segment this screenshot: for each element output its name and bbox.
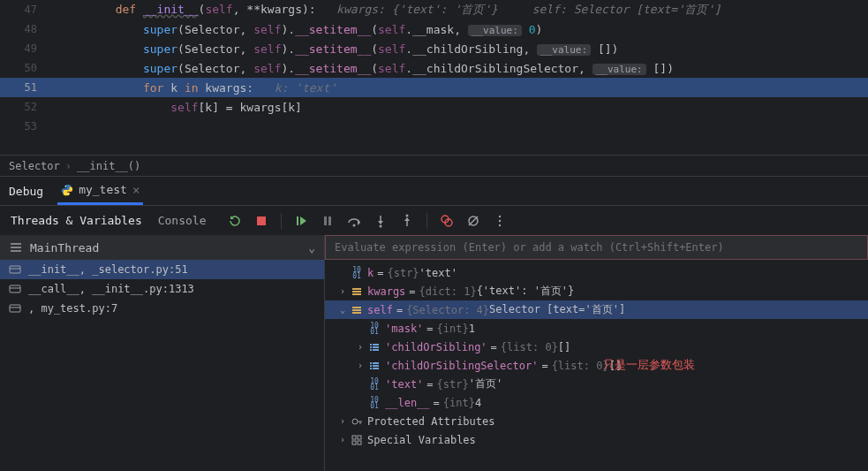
tab-console[interactable]: Console xyxy=(158,214,207,227)
svg-rect-27 xyxy=(352,293,361,295)
code-editor[interactable]: 47 def __init__(self, **kwargs): kwargs:… xyxy=(0,0,868,155)
code-line[interactable]: 49 super(Selector, self).__setitem__(sel… xyxy=(0,39,868,58)
var-type-icon xyxy=(350,304,364,316)
svg-rect-34 xyxy=(373,346,379,348)
mute-breakpoints-icon[interactable] xyxy=(466,214,480,228)
variable-row[interactable]: ›Protected Attributes xyxy=(325,412,868,430)
frames-panel: MainThread ⌄ __init__, _selector.py:51__… xyxy=(0,235,325,471)
variable-row[interactable]: 1001'mask' = {int} 1 xyxy=(325,319,868,338)
thread-selector[interactable]: MainThread ⌄ xyxy=(0,235,324,260)
svg-rect-38 xyxy=(373,362,379,364)
thread-name: MainThread xyxy=(30,241,99,254)
expand-icon[interactable]: › xyxy=(336,435,350,444)
svg-rect-42 xyxy=(373,368,379,369)
code-line[interactable]: 48 super(Selector, self).__setitem__(sel… xyxy=(0,19,868,39)
svg-rect-40 xyxy=(373,365,379,367)
svg-rect-37 xyxy=(370,362,372,364)
line-number: 48 xyxy=(0,23,53,35)
svg-rect-25 xyxy=(352,288,361,290)
var-type-icon: 1001 xyxy=(367,397,381,409)
code-line[interactable]: 51 for k in kwargs: k: 'text' xyxy=(0,78,868,97)
stack-frame[interactable]: , my_test.py:7 xyxy=(0,299,324,318)
svg-rect-31 xyxy=(370,344,372,346)
svg-rect-5 xyxy=(328,217,331,225)
svg-point-43 xyxy=(352,419,358,424)
svg-rect-49 xyxy=(358,441,361,444)
svg-rect-29 xyxy=(352,309,361,311)
line-number: 51 xyxy=(0,81,53,94)
code-line[interactable]: 53 xyxy=(0,117,868,136)
view-breakpoints-icon[interactable] xyxy=(440,214,454,228)
debug-title: Debug xyxy=(9,185,43,198)
svg-point-6 xyxy=(352,224,355,226)
debug-config-label: my_test xyxy=(79,183,127,196)
var-type-icon xyxy=(350,434,364,446)
svg-point-8 xyxy=(405,214,408,217)
svg-rect-28 xyxy=(352,307,361,308)
svg-rect-26 xyxy=(352,291,361,292)
var-type-icon xyxy=(367,360,381,372)
evaluate-expression-input[interactable]: Evaluate expression (Enter) or add a wat… xyxy=(325,235,868,260)
expand-icon[interactable]: › xyxy=(353,361,367,370)
variable-row[interactable]: ⌄self = {Selector: 4} Selector [text='首页… xyxy=(325,300,868,319)
debug-tool-window: Debug my_test × Threads & Variables Cons… xyxy=(0,176,868,471)
var-type-icon: 1001 xyxy=(367,378,381,391)
line-number: 49 xyxy=(0,42,53,55)
frame-icon xyxy=(9,283,21,295)
debug-toolbar: Threads & Variables Console xyxy=(0,205,868,235)
var-type-icon: 1001 xyxy=(367,323,381,335)
step-over-icon[interactable] xyxy=(347,214,361,228)
line-number: 53 xyxy=(0,120,53,133)
svg-rect-23 xyxy=(10,305,20,312)
line-number: 50 xyxy=(0,62,53,74)
svg-rect-21 xyxy=(10,285,20,292)
line-number: 52 xyxy=(0,101,53,113)
expand-icon[interactable]: › xyxy=(353,342,367,352)
stack-frame[interactable]: __call__, __init__.py:1313 xyxy=(0,279,324,299)
breadcrumb-method[interactable]: __init__() xyxy=(77,160,140,172)
frame-icon xyxy=(9,302,21,315)
step-out-icon[interactable] xyxy=(400,214,414,228)
variable-row[interactable]: ›'childOrSiblingSelector' = {list: 0} [] xyxy=(325,356,868,375)
svg-rect-3 xyxy=(297,217,298,225)
stop-icon[interactable] xyxy=(254,214,268,228)
variables-panel: Evaluate expression (Enter) or add a wat… xyxy=(325,235,868,471)
code-line[interactable]: 50 super(Selector, self).__setitem__(sel… xyxy=(0,58,868,78)
variable-row[interactable]: ›'childOrSibling' = {list: 0} [] xyxy=(325,338,868,356)
tab-threads-variables[interactable]: Threads & Variables xyxy=(11,214,142,227)
resume-icon[interactable] xyxy=(294,214,308,228)
debug-config-tab[interactable]: my_test × xyxy=(57,177,143,205)
breadcrumb[interactable]: Selector › __init__() xyxy=(0,155,868,176)
chevron-down-icon[interactable]: ⌄ xyxy=(308,241,315,254)
variable-row[interactable]: ›Special Variables xyxy=(325,430,868,449)
variable-row[interactable]: 1001'text' = {str} '首页' xyxy=(325,375,868,393)
var-type-icon xyxy=(367,341,381,353)
close-icon[interactable]: × xyxy=(132,183,140,197)
svg-rect-47 xyxy=(358,436,361,439)
code-line[interactable]: 47 def __init__(self, **kwargs): kwargs:… xyxy=(0,0,868,19)
svg-rect-4 xyxy=(324,217,327,225)
rerun-icon[interactable] xyxy=(228,214,242,228)
expand-icon[interactable]: › xyxy=(336,286,350,296)
chevron-right-icon: › xyxy=(65,160,72,172)
svg-point-7 xyxy=(379,224,381,227)
svg-point-0 xyxy=(65,186,66,186)
variable-row[interactable]: ›kwargs = {dict: 1} {'text': '首页'} xyxy=(325,282,868,300)
svg-rect-2 xyxy=(257,217,266,225)
frame-icon xyxy=(9,263,21,276)
breadcrumb-class[interactable]: Selector xyxy=(9,160,60,172)
expand-icon[interactable]: › xyxy=(336,416,350,426)
pause-icon[interactable] xyxy=(321,214,335,228)
step-into-icon[interactable] xyxy=(374,214,388,228)
stack-frame[interactable]: __init__, _selector.py:51 xyxy=(0,260,324,279)
code-line[interactable]: 52 self[k] = kwargs[k] xyxy=(0,97,868,117)
variable-row[interactable]: 1001__len__ = {int} 4 xyxy=(325,393,868,412)
debug-header: Debug my_test × xyxy=(0,177,868,205)
expand-icon[interactable]: ⌄ xyxy=(336,305,350,315)
svg-rect-30 xyxy=(352,312,361,314)
variable-row[interactable]: 1001k = {str} 'text' xyxy=(325,263,868,282)
svg-point-14 xyxy=(498,219,500,221)
var-type-icon xyxy=(350,415,364,428)
more-icon[interactable] xyxy=(493,214,507,228)
var-type-icon: 1001 xyxy=(350,267,364,279)
